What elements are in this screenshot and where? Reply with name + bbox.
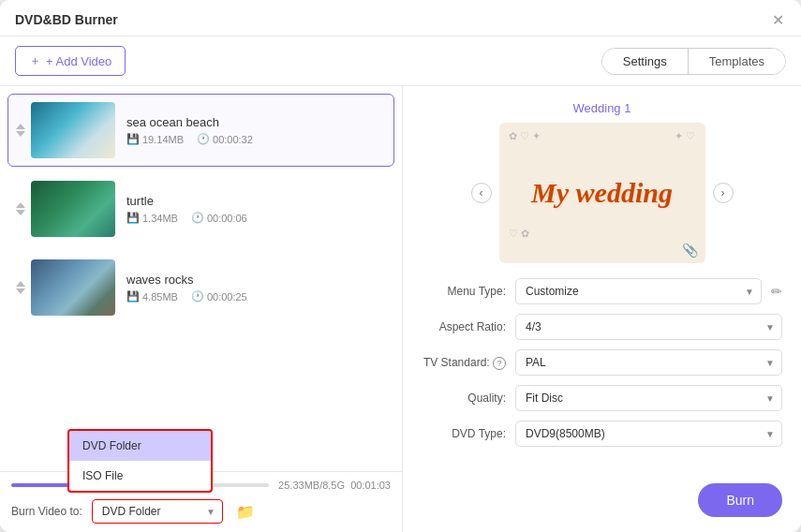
disk-icon-3: 💾 bbox=[126, 290, 140, 303]
size-1: 💾 19.14MB bbox=[126, 133, 184, 145]
right-panel-bottom: Burn bbox=[422, 474, 782, 517]
dvd-type-label: DVD Type: bbox=[422, 427, 506, 440]
clock-icon-2: 🕐 bbox=[191, 212, 204, 224]
aspect-ratio-select-wrapper: 4/3 16/9 ▼ bbox=[515, 314, 782, 340]
menu-type-select[interactable]: Customize bbox=[515, 278, 762, 304]
clock-icon-1: 🕐 bbox=[197, 133, 210, 145]
dropdown-option-dvd-folder[interactable]: DVD Folder bbox=[69, 431, 211, 461]
left-panel: sea ocean beach 💾 19.14MB 🕐 00:00:32 bbox=[0, 86, 403, 532]
sort-arrows-2 bbox=[16, 202, 25, 215]
folder-browse-button[interactable]: 📁 bbox=[232, 498, 259, 525]
dropdown-popup: DVD Folder ISO File bbox=[67, 429, 213, 493]
decor-bottom-left: ♡ ✿ bbox=[509, 228, 529, 240]
tv-standard-help-icon[interactable]: ? bbox=[493, 357, 506, 370]
aspect-ratio-select[interactable]: 4/3 16/9 bbox=[515, 314, 782, 340]
video-item-1[interactable]: sea ocean beach 💾 19.14MB 🕐 00:00:32 bbox=[7, 94, 394, 167]
sort-down-3[interactable] bbox=[16, 288, 25, 294]
template-preview-image: ✿ ♡ ✦ ✦ ♡ My wedding ♡ ✿ 📎 bbox=[499, 123, 705, 263]
video-title-1: sea ocean beach bbox=[126, 115, 386, 129]
template-preview: Wedding 1 ‹ ✿ ♡ ✦ ✦ ♡ My wedding ♡ ✿ 📎 › bbox=[422, 101, 782, 263]
duration-2: 🕐 00:00:06 bbox=[191, 212, 247, 224]
tab-settings[interactable]: Settings bbox=[602, 49, 688, 74]
quality-row: Quality: Fit Disc High Medium ▼ bbox=[422, 385, 782, 411]
burn-to-select-wrapper: DVD Folder ISO File ▼ bbox=[92, 499, 223, 524]
toolbar: ＋ + Add Video Settings Templates bbox=[0, 37, 801, 86]
tab-templates[interactable]: Templates bbox=[689, 49, 785, 74]
size-2: 💾 1.34MB bbox=[126, 212, 178, 224]
aspect-ratio-label: Aspect Ratio: bbox=[422, 320, 506, 333]
close-button[interactable]: ✕ bbox=[769, 11, 786, 28]
add-video-label: + Add Video bbox=[46, 54, 111, 68]
sort-up-3[interactable] bbox=[16, 281, 25, 287]
sort-arrows-1 bbox=[16, 124, 25, 137]
disk-icon-2: 💾 bbox=[126, 212, 140, 224]
tv-standard-select[interactable]: PAL NTSC bbox=[515, 349, 782, 376]
dvd-type-select-wrapper: DVD9(8500MB) DVD5(4700MB) ▼ bbox=[515, 421, 782, 447]
thumbnail-2 bbox=[31, 181, 115, 237]
sort-down-2[interactable] bbox=[16, 210, 25, 215]
duration-1: 🕐 00:00:32 bbox=[197, 133, 253, 145]
video-info-3: waves rocks 💾 4.85MB 🕐 00:00:25 bbox=[126, 273, 386, 303]
duration-3: 🕐 00:00:25 bbox=[191, 290, 247, 303]
quality-select[interactable]: Fit Disc High Medium bbox=[515, 385, 782, 411]
quality-label: Quality: bbox=[422, 392, 506, 405]
menu-type-row: Menu Type: Customize ▼ ✏ bbox=[422, 278, 782, 304]
main-content: sea ocean beach 💾 19.14MB 🕐 00:00:32 bbox=[0, 86, 801, 532]
clip-icon: 📎 bbox=[682, 243, 698, 258]
wedding-text: My wedding bbox=[531, 177, 673, 209]
edit-icon[interactable]: ✏ bbox=[771, 284, 782, 299]
right-panel: Wedding 1 ‹ ✿ ♡ ✦ ✦ ♡ My wedding ♡ ✿ 📎 › bbox=[403, 86, 801, 532]
video-item-3[interactable]: waves rocks 💾 4.85MB 🕐 00:00:25 bbox=[7, 251, 394, 324]
window-title: DVD&BD Burner bbox=[15, 12, 118, 27]
sort-up-1[interactable] bbox=[16, 124, 25, 129]
sort-up-2[interactable] bbox=[16, 202, 25, 208]
app-window: DVD&BD Burner ✕ ＋ + Add Video Settings T… bbox=[0, 0, 801, 532]
burn-to-row: Burn Video to: DVD Folder ISO File ▼ 📁 bbox=[11, 498, 391, 525]
video-info-2: turtle 💾 1.34MB 🕐 00:00:06 bbox=[126, 194, 386, 224]
sort-arrows-3 bbox=[16, 281, 25, 294]
template-name: Wedding 1 bbox=[573, 101, 631, 115]
disk-icon-1: 💾 bbox=[126, 133, 140, 145]
quality-select-wrapper: Fit Disc High Medium ▼ bbox=[515, 385, 782, 411]
burn-to-label: Burn Video to: bbox=[11, 505, 82, 518]
size-3: 💾 4.85MB bbox=[126, 290, 178, 303]
tv-standard-label: TV Standard: ? bbox=[422, 356, 506, 370]
dvd-type-select[interactable]: DVD9(8500MB) DVD5(4700MB) bbox=[515, 421, 782, 447]
progress-text: 25.33MB/8.5G 00:01:03 bbox=[278, 480, 391, 491]
title-bar: DVD&BD Burner ✕ bbox=[0, 0, 801, 37]
clock-icon-3: 🕐 bbox=[191, 290, 204, 303]
aspect-ratio-row: Aspect Ratio: 4/3 16/9 ▼ bbox=[422, 314, 782, 340]
video-list: sea ocean beach 💾 19.14MB 🕐 00:00:32 bbox=[0, 86, 402, 471]
dvd-type-row: DVD Type: DVD9(8500MB) DVD5(4700MB) ▼ bbox=[422, 421, 782, 447]
dropdown-option-iso-file[interactable]: ISO File bbox=[69, 461, 211, 491]
video-meta-1: 💾 19.14MB 🕐 00:00:32 bbox=[126, 133, 386, 145]
tv-standard-row: TV Standard: ? PAL NTSC ▼ bbox=[422, 349, 782, 376]
video-meta-2: 💾 1.34MB 🕐 00:00:06 bbox=[126, 212, 386, 224]
next-template-button[interactable]: › bbox=[713, 183, 734, 203]
thumbnail-1 bbox=[31, 102, 115, 158]
thumbnail-3 bbox=[31, 259, 115, 316]
decor-top-right: ✦ ♡ bbox=[675, 130, 695, 142]
video-title-3: waves rocks bbox=[126, 273, 386, 287]
menu-type-label: Menu Type: bbox=[422, 285, 506, 298]
video-item-2[interactable]: turtle 💾 1.34MB 🕐 00:00:06 bbox=[7, 172, 394, 245]
video-info-1: sea ocean beach 💾 19.14MB 🕐 00:00:32 bbox=[126, 115, 386, 145]
decor-top-left: ✿ ♡ ✦ bbox=[509, 130, 541, 142]
video-meta-3: 💾 4.85MB 🕐 00:00:25 bbox=[126, 290, 386, 303]
menu-type-select-wrapper: Customize ▼ bbox=[515, 278, 762, 304]
bottom-bar: DVD Folder ISO File 25.33MB/8.5G 00:01:0… bbox=[0, 471, 402, 532]
prev-template-button[interactable]: ‹ bbox=[471, 183, 492, 203]
sort-down-1[interactable] bbox=[16, 131, 25, 137]
burn-button[interactable]: Burn bbox=[698, 483, 782, 517]
plus-icon: ＋ bbox=[29, 52, 41, 69]
tab-group: Settings Templates bbox=[601, 48, 786, 75]
settings-form: Menu Type: Customize ▼ ✏ Aspect Ratio: 4 bbox=[422, 278, 782, 447]
video-title-2: turtle bbox=[126, 194, 386, 208]
preview-container: ‹ ✿ ♡ ✦ ✦ ♡ My wedding ♡ ✿ 📎 › bbox=[471, 123, 734, 263]
tv-standard-select-wrapper: PAL NTSC ▼ bbox=[515, 349, 782, 376]
add-video-button[interactable]: ＋ + Add Video bbox=[15, 46, 126, 76]
burn-to-select[interactable]: DVD Folder ISO File bbox=[92, 499, 223, 524]
